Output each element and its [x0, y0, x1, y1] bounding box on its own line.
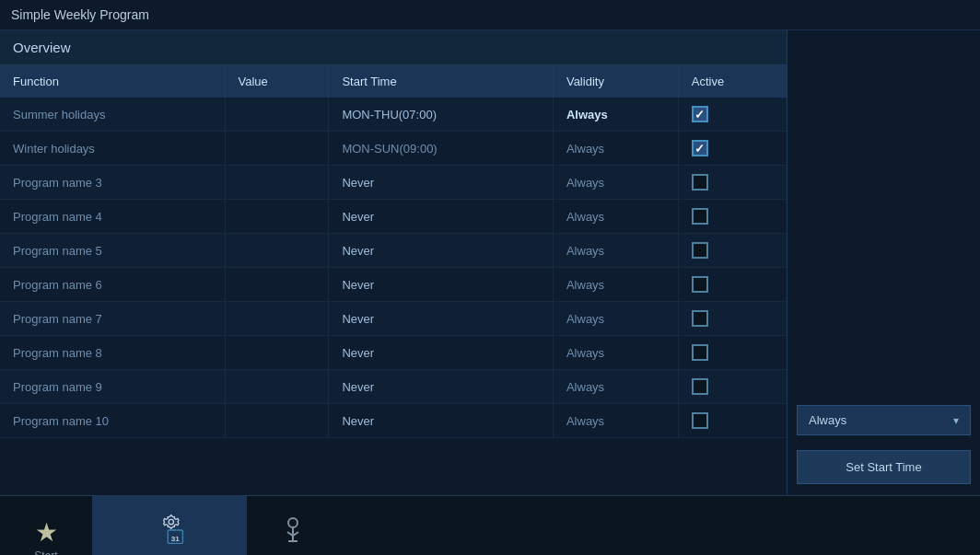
star-icon: ★	[35, 520, 58, 546]
col-function: Function	[0, 65, 225, 98]
validity-dropdown-label: Always	[809, 413, 846, 427]
set-start-time-btn-container: Set Start Time	[788, 443, 980, 495]
table-row[interactable]: Program name 6NeverAlways	[0, 268, 787, 302]
cell-start-time: Never	[329, 166, 554, 200]
cell-active[interactable]	[678, 200, 787, 234]
cell-start-time: Never	[329, 200, 554, 234]
active-checkbox[interactable]	[692, 344, 708, 361]
window-title: Simple Weekly Program	[11, 7, 149, 22]
cell-validity: Always	[553, 370, 678, 404]
active-checkbox[interactable]	[692, 140, 708, 156]
cell-active[interactable]	[678, 234, 787, 268]
active-checkbox[interactable]	[692, 378, 708, 395]
cell-function: Program name 6	[0, 268, 225, 302]
cell-start-time: MON-THU(07:00)	[329, 98, 554, 132]
cell-active[interactable]	[678, 132, 787, 166]
cell-validity: Always	[553, 200, 678, 234]
set-start-time-label: Set Start Time	[846, 460, 921, 474]
cell-value	[225, 98, 329, 132]
set-start-time-button[interactable]: Set Start Time	[797, 450, 971, 484]
active-checkbox[interactable]	[692, 242, 708, 259]
cell-validity: Always	[553, 336, 678, 370]
cell-validity: Always	[553, 404, 678, 438]
data-table: Function Value Start Time Validity Activ…	[0, 65, 787, 438]
nav-label-start: Start	[34, 549, 57, 556]
active-checkbox[interactable]	[692, 412, 708, 429]
system-icon	[278, 515, 308, 549]
cell-active[interactable]	[678, 98, 787, 132]
table-row[interactable]: Winter holidaysMON-SUN(09:00)Always	[0, 132, 787, 166]
active-checkbox[interactable]	[692, 106, 708, 122]
active-checkbox[interactable]	[692, 208, 708, 225]
cell-start-time: Never	[329, 234, 554, 268]
table-row[interactable]: Program name 9NeverAlways	[0, 370, 787, 404]
active-checkbox[interactable]	[692, 310, 708, 327]
cell-active[interactable]	[678, 370, 787, 404]
main-content: Overview Function Value Start Time Valid…	[0, 30, 980, 495]
cell-value	[225, 336, 329, 370]
table-row[interactable]: Program name 3NeverAlways	[0, 166, 787, 200]
cell-value	[225, 166, 329, 200]
cell-function: Program name 5	[0, 234, 225, 268]
overview-header: Overview	[0, 30, 787, 65]
chevron-down-icon: ▾	[953, 414, 959, 427]
validity-dropdown[interactable]: Always ▾	[797, 405, 971, 435]
cell-function: Program name 8	[0, 336, 225, 370]
cell-validity: Always	[553, 98, 678, 132]
cell-value	[225, 132, 329, 166]
cell-active[interactable]	[678, 336, 787, 370]
table-row[interactable]: Program name 10NeverAlways	[0, 404, 787, 438]
cell-active[interactable]	[678, 268, 787, 302]
nav-item-simple-weekly-program[interactable]: 31 Simple Weekly Program	[92, 496, 247, 555]
cell-validity: Always	[553, 166, 678, 200]
cell-validity: Always	[553, 132, 678, 166]
cell-value	[225, 302, 329, 336]
svg-text:31: 31	[171, 535, 180, 543]
cell-function: Program name 7	[0, 302, 225, 336]
cell-active[interactable]	[678, 302, 787, 336]
table-row[interactable]: Summer holidaysMON-THU(07:00)Always	[0, 98, 787, 132]
active-checkbox[interactable]	[692, 174, 708, 191]
gear-calendar-icon: 31	[153, 514, 186, 551]
cell-value	[225, 268, 329, 302]
cell-start-time: Never	[329, 302, 554, 336]
nav-item-system[interactable]: System	[247, 496, 339, 555]
col-validity: Validity	[553, 65, 678, 98]
cell-function: Program name 10	[0, 404, 225, 438]
table-row[interactable]: Program name 7NeverAlways	[0, 302, 787, 336]
active-checkbox[interactable]	[692, 276, 708, 293]
title-bar: Simple Weekly Program	[0, 0, 980, 30]
cell-function: Winter holidays	[0, 132, 225, 166]
cell-validity: Always	[553, 302, 678, 336]
table-row[interactable]: Program name 8NeverAlways	[0, 336, 787, 370]
cell-start-time: Never	[329, 268, 554, 302]
cell-validity: Always	[553, 234, 678, 268]
svg-point-0	[169, 519, 173, 524]
table-section: Overview Function Value Start Time Valid…	[0, 30, 787, 495]
table-row[interactable]: Program name 5NeverAlways	[0, 234, 787, 268]
cell-value	[225, 234, 329, 268]
col-value: Value	[225, 65, 329, 98]
cell-function: Summer holidays	[0, 98, 225, 132]
cell-start-time: MON-SUN(09:00)	[329, 132, 554, 166]
bottom-navigation: ★ Start 31 Simple Weekly Program	[0, 495, 980, 555]
table-row[interactable]: Program name 4NeverAlways	[0, 200, 787, 234]
cell-active[interactable]	[678, 404, 787, 438]
col-active: Active	[678, 65, 787, 98]
right-panel: Always ▾ Set Start Time	[787, 30, 980, 495]
nav-item-start[interactable]: ★ Start	[0, 496, 92, 555]
cell-start-time: Never	[329, 370, 554, 404]
cell-active[interactable]	[678, 166, 787, 200]
cell-start-time: Never	[329, 404, 554, 438]
overview-label: Overview	[13, 40, 71, 55]
cell-function: Program name 3	[0, 166, 225, 200]
cell-value	[225, 200, 329, 234]
table-body: Summer holidaysMON-THU(07:00)AlwaysWinte…	[0, 98, 787, 438]
cell-value	[225, 370, 329, 404]
cell-validity: Always	[553, 268, 678, 302]
cell-function: Program name 4	[0, 200, 225, 234]
validity-dropdown-container: Always ▾	[788, 398, 980, 443]
svg-point-3	[288, 518, 298, 527]
table-header-row: Function Value Start Time Validity Activ…	[0, 65, 787, 98]
cell-function: Program name 9	[0, 370, 225, 404]
